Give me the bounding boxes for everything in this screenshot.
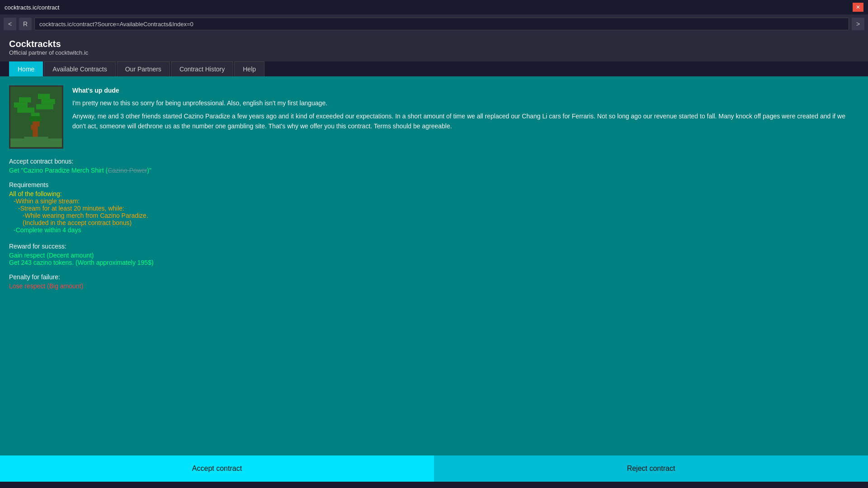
svg-rect-9 — [38, 94, 50, 99]
site-header: Cocktrackts Official partner of cocktwit… — [0, 33, 868, 61]
reward-section: Reward for success: Gain respect (Decent… — [9, 243, 859, 266]
reward-line-1: Gain respect (Decent amount) — [9, 252, 859, 259]
site-title: Cocktrackts — [9, 39, 859, 49]
svg-rect-13 — [24, 137, 48, 142]
req-3: -While wearing merch from Cazino Paradiz… — [23, 212, 859, 219]
greeting: What's up dude — [72, 85, 859, 95]
req-5: -Complete within 4 days — [14, 226, 859, 234]
forward-button[interactable]: > — [852, 18, 864, 30]
address-input[interactable] — [34, 18, 849, 30]
bottom-bar: Accept contract Reject contract — [0, 455, 868, 482]
intro-section: What's up dude I'm pretty new to this so… — [9, 85, 859, 149]
tab-contract-history[interactable]: Contract History — [171, 61, 233, 76]
accept-bonus-section: Accept contract bonus: Get "Cazino Parad… — [9, 158, 859, 174]
penalty-line-1: Lose respect (Big amount) — [9, 282, 859, 290]
svg-rect-5 — [14, 103, 28, 108]
tab-help[interactable]: Help — [234, 61, 264, 76]
address-bar: < R > — [0, 14, 868, 33]
title-bar: cocktracts.ic/contract ✕ — [0, 0, 868, 14]
req-2: -Stream for at least 20 minutes, while: — [18, 205, 859, 212]
svg-rect-8 — [41, 99, 55, 104]
refresh-button[interactable]: R — [19, 18, 32, 30]
reward-line-2: Get 243 cazino tokens. (Worth approximat… — [9, 259, 859, 266]
intro-line-2: Anyway, me and 3 other friends started C… — [72, 111, 859, 131]
accept-bonus-value: Get "Cazino Paradize Merch Shirt (Cazino… — [9, 167, 859, 174]
svg-rect-4 — [17, 108, 34, 113]
tab-available-contracts[interactable]: Available Contracts — [44, 61, 115, 76]
intro-text: What's up dude I'm pretty new to this so… — [72, 85, 859, 149]
svg-rect-3 — [31, 125, 35, 130]
main-content: What's up dude I'm pretty new to this so… — [0, 76, 868, 455]
window-title: cocktracts.ic/contract — [5, 4, 59, 11]
reward-label: Reward for success: — [9, 243, 859, 250]
req-1: -Within a single stream: — [14, 197, 859, 205]
accept-bonus-label: Accept contract bonus: — [9, 158, 859, 165]
intro-line-1: I'm pretty new to this so sorry for bein… — [72, 98, 859, 108]
site-subtitle: Official partner of cocktwitch.ic — [9, 49, 859, 56]
svg-rect-11 — [29, 116, 42, 121]
penalty-label: Penalty for failure: — [9, 273, 859, 281]
penalty-section: Penalty for failure: Lose respect (Big a… — [9, 273, 859, 290]
requirements-all-of: All of the following: — [9, 190, 859, 197]
back-button[interactable]: < — [4, 18, 16, 30]
tab-home[interactable]: Home — [9, 61, 43, 76]
close-button[interactable]: ✕ — [853, 3, 863, 12]
req-4: (Included in the accept contract bonus) — [23, 219, 859, 226]
tab-our-partners[interactable]: Our Partners — [117, 61, 170, 76]
requirements-label: Requirements — [9, 181, 859, 188]
svg-rect-7 — [36, 104, 53, 109]
svg-rect-6 — [19, 97, 31, 102]
reject-contract-button[interactable]: Reject contract — [434, 455, 868, 482]
accept-contract-button[interactable]: Accept contract — [0, 455, 434, 482]
nav-bar: Home Available Contracts Our Partners Co… — [0, 61, 868, 76]
accept-bonus-strike: Cazino Power — [108, 167, 147, 174]
requirements-section: Requirements All of the following: -With… — [9, 181, 859, 234]
avatar-box — [9, 85, 63, 149]
